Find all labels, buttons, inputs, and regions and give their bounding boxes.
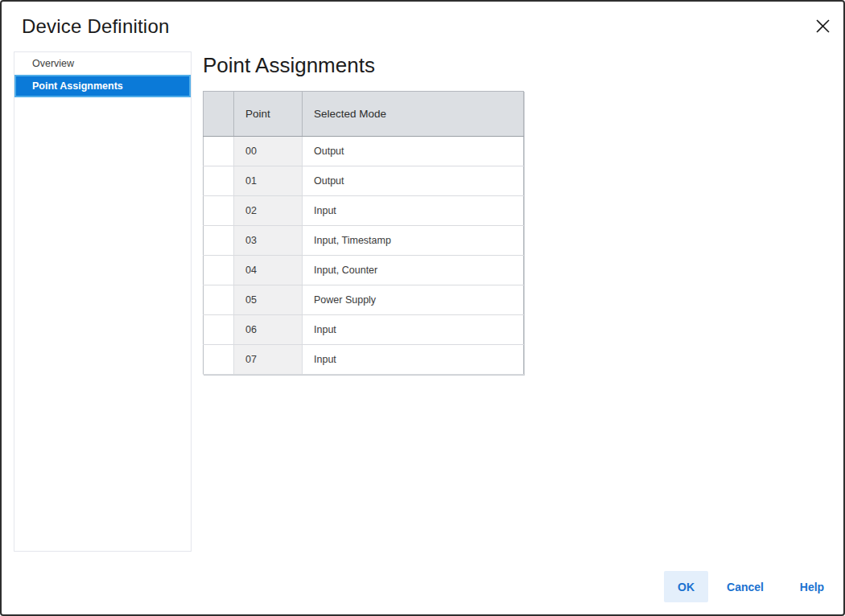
table-header-row: Point Selected Mode: [204, 92, 524, 137]
selected-mode-cell[interactable]: Power Supply: [303, 285, 524, 315]
point-cell: 01: [234, 166, 303, 196]
table-row: 06Input: [204, 315, 524, 345]
table-row: 01Output: [204, 166, 524, 196]
selected-mode-cell[interactable]: Input, Timestamp: [303, 226, 524, 256]
table-row: 04Input, Counter: [204, 256, 524, 285]
point-assignments-table: Point Selected Mode 00Output01Output02In…: [203, 91, 524, 375]
device-definition-dialog: Device Definition OverviewPoint Assignme…: [0, 0, 845, 616]
row-selector-cell[interactable]: [204, 345, 234, 375]
cancel-button[interactable]: Cancel: [715, 571, 776, 602]
row-selector-cell[interactable]: [204, 196, 234, 226]
selected-mode-cell[interactable]: Input: [303, 345, 524, 375]
column-header-selected-mode: Selected Mode: [303, 92, 524, 137]
selected-mode-cell[interactable]: Input: [303, 196, 524, 226]
column-header-point: Point: [234, 92, 303, 137]
close-button[interactable]: [813, 18, 832, 37]
selected-mode-cell[interactable]: Output: [303, 137, 524, 166]
row-selector-cell[interactable]: [204, 256, 234, 285]
point-cell: 06: [234, 315, 303, 345]
close-icon: [815, 18, 831, 37]
ok-button[interactable]: OK: [664, 571, 708, 602]
sidebar-nav: OverviewPoint Assignments: [14, 51, 192, 552]
point-cell: 00: [234, 137, 303, 166]
row-selector-cell[interactable]: [204, 226, 234, 256]
dialog-title: Device Definition: [22, 15, 169, 38]
page-title: Point Assignments: [203, 53, 375, 78]
row-selector-cell[interactable]: [204, 285, 234, 315]
point-cell: 03: [234, 226, 303, 256]
sidebar-item-overview[interactable]: Overview: [14, 52, 191, 75]
table-row: 02Input: [204, 196, 524, 226]
point-cell: 02: [234, 196, 303, 226]
selected-mode-cell[interactable]: Input, Counter: [303, 256, 524, 285]
table-row: 07Input: [204, 345, 524, 375]
help-button[interactable]: Help: [787, 571, 837, 602]
row-selector-cell[interactable]: [204, 315, 234, 345]
column-header-selector: [204, 92, 234, 137]
point-cell: 07: [234, 345, 303, 375]
point-cell: 05: [234, 285, 303, 315]
table-row: 05Power Supply: [204, 285, 524, 315]
point-cell: 04: [234, 256, 303, 285]
selected-mode-cell[interactable]: Input: [303, 315, 524, 345]
table-row: 00Output: [204, 137, 524, 166]
sidebar-item-point-assignments[interactable]: Point Assignments: [14, 75, 191, 97]
row-selector-cell[interactable]: [204, 166, 234, 196]
selected-mode-cell[interactable]: Output: [303, 166, 524, 196]
row-selector-cell[interactable]: [204, 137, 234, 166]
table-row: 03Input, Timestamp: [204, 226, 524, 256]
